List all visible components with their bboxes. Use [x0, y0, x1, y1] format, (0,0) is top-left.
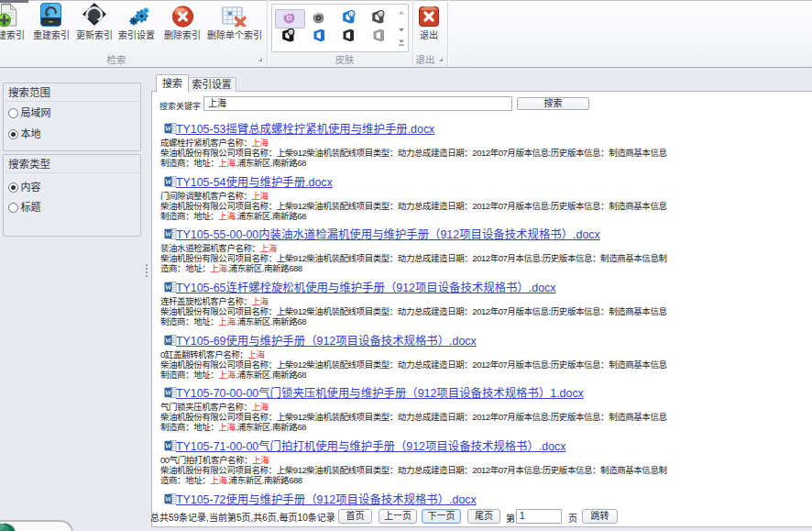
svg-text:D: D: [287, 14, 292, 22]
svg-text:D: D: [316, 14, 322, 22]
svg-text:13: 13: [379, 12, 383, 17]
svg-text:13: 13: [349, 12, 354, 17]
svg-text:13: 13: [289, 30, 293, 35]
